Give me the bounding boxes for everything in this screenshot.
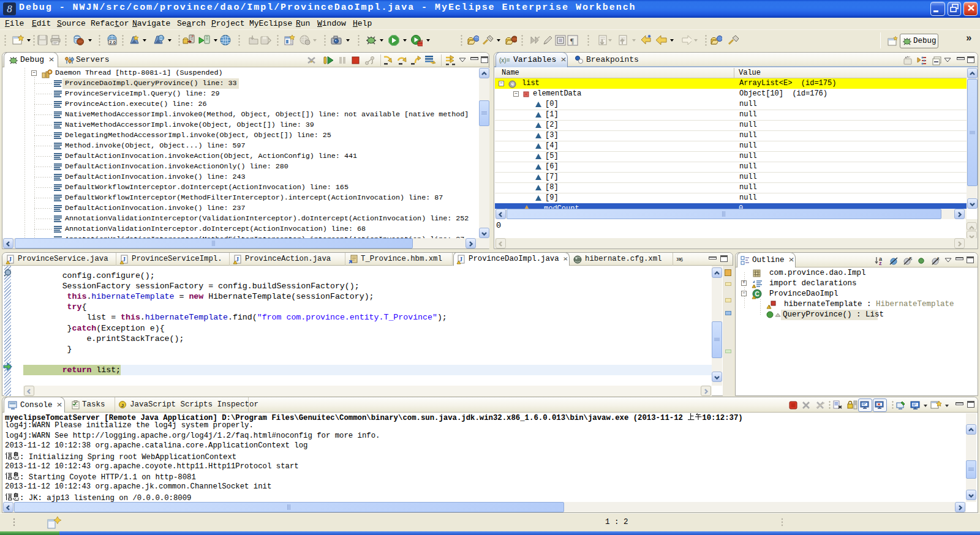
svg-text:¶: ¶ [570,36,574,45]
svg-text:(x)=: (x)= [499,57,510,64]
svg-text:C: C [755,291,760,297]
svg-text:!: ! [768,305,771,310]
svg-text:J: J [121,403,124,408]
svg-text:!: ! [753,285,756,289]
svg-text:2.0: 2.0 [110,40,116,45]
svg-text:J: J [459,256,462,263]
svg-text:J: J [9,256,12,263]
svg-text:L: L [937,256,940,261]
svg-text:S: S [909,256,912,261]
svg-text:z: z [879,260,882,266]
svg-text:J: J [236,256,239,263]
svg-text:J: J [123,256,126,263]
